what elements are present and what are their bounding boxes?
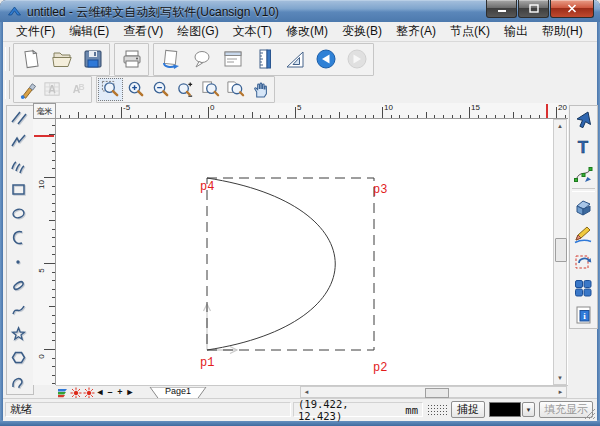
protractor-button[interactable] [279, 45, 310, 74]
paint-brush-icon [18, 80, 37, 99]
block-array-tool[interactable] [570, 274, 595, 301]
rotated-ellipse-tool[interactable] [7, 274, 31, 298]
menu-edit[interactable]: 编辑(E) [62, 21, 116, 42]
menu-help[interactable]: 帮助(H) [535, 21, 590, 42]
page-add-button[interactable]: + [115, 387, 125, 398]
ellipse-icon [10, 205, 28, 223]
menu-output[interactable]: 输出 [497, 21, 535, 42]
ellipse-tool[interactable] [7, 202, 31, 226]
multiline-tool[interactable] [7, 154, 31, 178]
arc-tool[interactable] [7, 226, 31, 250]
arc-icon [10, 229, 28, 247]
grid-toggle-icon[interactable] [427, 404, 449, 416]
zoom-all-button[interactable] [223, 78, 248, 101]
snap-button[interactable]: 捕捉 [451, 401, 485, 418]
toolbar-grip[interactable] [5, 47, 10, 71]
rectangle-tool[interactable] [7, 178, 31, 202]
zoom-page-icon [201, 80, 220, 99]
text-tool[interactable]: T [570, 133, 595, 160]
new-document-button[interactable] [15, 45, 46, 74]
color-draw-tool[interactable] [570, 220, 595, 247]
maximize-button[interactable] [518, 0, 549, 18]
minimize-icon [497, 4, 507, 13]
ruler-unit-label: 毫米 [37, 106, 53, 117]
export-page-button[interactable] [155, 45, 186, 74]
measure-ruler-button[interactable] [248, 45, 279, 74]
forward-button[interactable] [341, 45, 372, 74]
object-info-icon: i [573, 305, 593, 325]
svg-text:p1: p1 [200, 356, 214, 370]
statusbar: 就绪 (19.422, 12.423) mm 捕捉 ▼ 填充显示 [3, 398, 597, 421]
scroll-left-arrow[interactable]: ◄ [301, 387, 312, 397]
vertical-scrollbar[interactable]: ▲ ▼ [553, 119, 567, 385]
freehand-tool[interactable] [7, 370, 31, 394]
layers-icon[interactable] [56, 387, 69, 399]
menu-node[interactable]: 节点(K) [443, 21, 497, 42]
snap-grid-icon[interactable] [69, 387, 82, 399]
zoom-in-button[interactable] [123, 78, 148, 101]
horizontal-ruler: -505101520 [56, 103, 568, 119]
color-combo[interactable]: ▼ [489, 402, 535, 417]
scroll-down-arrow[interactable]: ▼ [554, 372, 566, 384]
vertical-scroll-thumb[interactable] [555, 238, 567, 262]
toolbar-grip-2[interactable] [5, 80, 10, 99]
pan-button[interactable] [248, 78, 273, 101]
menu-draw[interactable]: 绘图(G) [170, 21, 225, 42]
horizontal-scrollbar[interactable]: ◄ ► [300, 386, 567, 398]
zoom-out-button[interactable] [148, 78, 173, 101]
snap-object-icon[interactable] [82, 387, 95, 399]
zoom-window-button[interactable] [98, 78, 123, 101]
resize-grip[interactable] [583, 407, 596, 420]
line-icon [10, 109, 28, 127]
back-arrow-icon [315, 48, 337, 70]
panel-options-button[interactable] [217, 45, 248, 74]
page-first-button[interactable]: ◄ [95, 387, 105, 398]
print-button[interactable] [116, 45, 147, 74]
point-tool[interactable] [7, 250, 31, 274]
shape-tools-button[interactable]: A B [65, 78, 90, 101]
horizontal-scroll-thumb[interactable] [425, 388, 449, 398]
zoom-page-button[interactable] [198, 78, 223, 101]
menu-file[interactable]: 文件(F) [9, 21, 62, 42]
open-file-button[interactable] [46, 45, 77, 74]
polyline-icon [10, 133, 28, 151]
text-frame-button[interactable]: A [40, 78, 65, 101]
menu-align[interactable]: 整齐(A) [389, 21, 443, 42]
zoom-in-icon [126, 80, 145, 99]
current-color-swatch[interactable] [489, 402, 521, 417]
solid-model-tool[interactable] [570, 193, 595, 220]
star-tool[interactable] [7, 322, 31, 346]
menu-modify[interactable]: 修改(M) [279, 21, 335, 42]
minimize-button[interactable] [486, 0, 517, 18]
select-arrow-icon [573, 110, 593, 130]
scroll-right-arrow[interactable]: ► [555, 387, 566, 397]
toolbar-zoom: A A B [3, 76, 597, 104]
menu-transform[interactable]: 变换(B) [335, 21, 389, 42]
line-tool[interactable] [7, 106, 31, 130]
spline-tool[interactable] [7, 298, 31, 322]
scroll-up-arrow[interactable]: ▲ [554, 120, 566, 132]
drawing-canvas[interactable]: p1p2p3p4 ▲ ▼ [56, 119, 568, 385]
menu-text[interactable]: 文本(T) [226, 21, 279, 42]
polygon-tool[interactable] [7, 346, 31, 370]
color-dropdown-button[interactable]: ▼ [522, 402, 535, 417]
zoom-dynamic-button[interactable] [173, 78, 198, 101]
object-info-tool[interactable]: i [570, 301, 595, 328]
save-file-button[interactable] [77, 45, 108, 74]
zoom-window-icon [101, 80, 120, 99]
paint-fill-button[interactable] [15, 78, 40, 101]
menu-view[interactable]: 查看(V) [116, 21, 170, 42]
close-button[interactable] [550, 0, 594, 18]
page-last-button[interactable]: ► [125, 387, 135, 398]
node-edit-tool[interactable] [570, 160, 595, 187]
find-button[interactable] [186, 45, 217, 74]
back-button[interactable] [310, 45, 341, 74]
transform-select-tool[interactable] [570, 247, 595, 274]
save-floppy-icon [82, 48, 104, 70]
select-tool[interactable] [570, 106, 595, 133]
page-remove-button[interactable]: – [105, 387, 115, 398]
fill-display-label: 填充显示 [544, 402, 588, 417]
polyline-tool[interactable] [7, 130, 31, 154]
app-icon [7, 4, 22, 19]
vertical-ruler: 1050 [33, 119, 56, 385]
